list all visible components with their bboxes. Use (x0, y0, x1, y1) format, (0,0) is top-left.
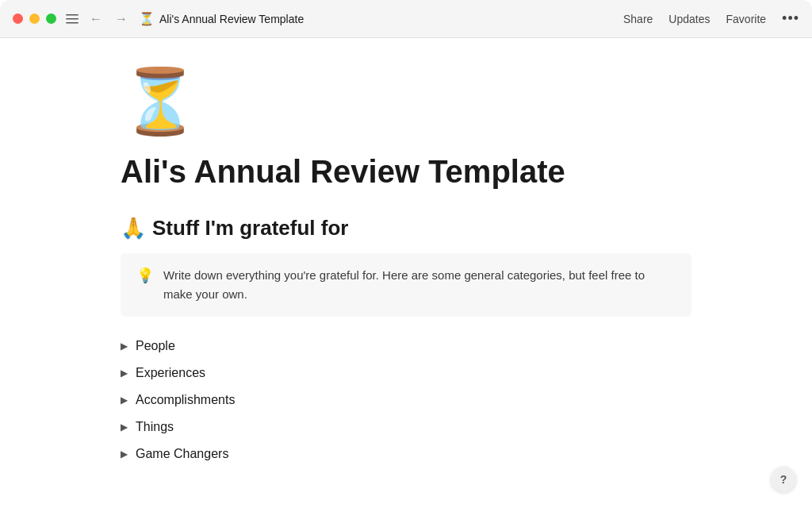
svg-rect-0 (66, 14, 79, 16)
toggle-item-label: Things (136, 420, 174, 434)
toggle-arrow-icon: ▶ (121, 394, 128, 406)
list-item[interactable]: ▶People (121, 333, 691, 360)
toggle-item-label: Accomplishments (136, 393, 235, 407)
svg-rect-1 (66, 18, 79, 20)
page-title: Ali's Annual Review Template (121, 152, 691, 190)
nav-arrows: ← → (86, 10, 131, 28)
help-button[interactable]: ? (771, 467, 796, 492)
menu-icon[interactable] (66, 14, 79, 24)
titlebar-actions: Share Updates Favorite ••• (623, 10, 799, 27)
page: ⏳ Ali's Annual Review Template 🙏 Stuff I… (121, 38, 691, 508)
page-hero-icon: ⏳ (121, 70, 691, 133)
favorite-button[interactable]: Favorite (726, 13, 767, 25)
toggle-item-label: People (136, 339, 175, 353)
back-arrow-icon[interactable]: ← (86, 10, 105, 28)
minimize-button[interactable] (29, 13, 40, 24)
share-button[interactable]: Share (623, 13, 653, 25)
list-item[interactable]: ▶Game Changers (121, 441, 691, 468)
forward-arrow-icon[interactable]: → (112, 10, 131, 28)
titlebar-title: Ali's Annual Review Template (159, 13, 304, 25)
titlebar: ← → ⏳ Ali's Annual Review Template Share… (0, 0, 812, 38)
toggle-list: ▶People▶Experiences▶Accomplishments▶Thin… (121, 333, 691, 468)
list-item[interactable]: ▶Accomplishments (121, 387, 691, 414)
section-heading: 🙏 Stuff I'm grateful for (121, 216, 691, 241)
list-item[interactable]: ▶Things (121, 414, 691, 441)
list-item[interactable]: ▶Experiences (121, 360, 691, 387)
callout-icon: 💡 (136, 267, 154, 284)
page-icon-small: ⏳ (139, 11, 155, 26)
maximize-button[interactable] (46, 13, 56, 24)
callout-box: 💡 Write down everything you're grateful … (121, 253, 691, 317)
toggle-arrow-icon: ▶ (121, 448, 128, 460)
section-heading-emoji: 🙏 (121, 216, 146, 241)
toggle-arrow-icon: ▶ (121, 421, 128, 433)
updates-button[interactable]: Updates (668, 13, 710, 25)
svg-rect-2 (66, 22, 79, 24)
callout-text: Write down everything you're grateful fo… (163, 266, 676, 304)
toggle-arrow-icon: ▶ (121, 341, 128, 352)
traffic-lights (13, 13, 56, 24)
close-button[interactable] (13, 13, 23, 24)
section-heading-text: Stuff I'm grateful for (152, 216, 348, 241)
content-area: ⏳ Ali's Annual Review Template 🙏 Stuff I… (0, 38, 812, 508)
toggle-arrow-icon: ▶ (121, 368, 128, 379)
toggle-item-label: Experiences (136, 366, 205, 380)
more-options-button[interactable]: ••• (782, 10, 799, 27)
toggle-item-label: Game Changers (136, 447, 228, 461)
